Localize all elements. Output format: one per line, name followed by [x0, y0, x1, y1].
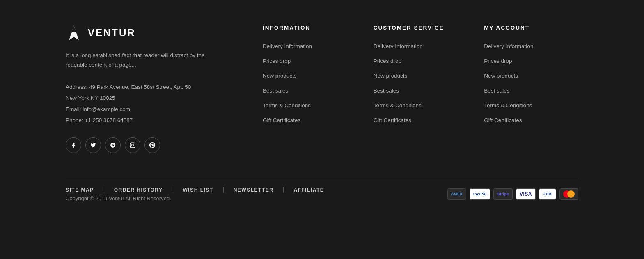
svg-rect-2: [130, 143, 135, 148]
svg-point-4: [134, 143, 134, 144]
footer-nav-item-site-map[interactable]: SITE MAP: [66, 187, 104, 193]
col-links-information: Delivery InformationPrices dropNew produ…: [263, 42, 357, 124]
list-item: Gift Certificates: [263, 116, 357, 124]
list-item: New products: [263, 72, 357, 79]
col-link[interactable]: New products: [484, 73, 518, 79]
logo-text: VENTUR: [88, 27, 136, 39]
col-link[interactable]: Delivery Information: [484, 43, 533, 49]
payment-stripe-icon: Stripe: [493, 188, 513, 200]
footer-brand: VENTUR It is a long established fact tha…: [66, 25, 222, 153]
list-item: Prices drop: [374, 57, 468, 65]
col-link[interactable]: Best sales: [374, 88, 399, 94]
logo-area: VENTUR: [66, 25, 222, 41]
list-item: Terms & Conditions: [374, 102, 468, 109]
list-item: Best sales: [484, 87, 578, 94]
footer-bottom: SITE MAPORDER HISTORYWISH LISTNEWSLETTER…: [0, 178, 644, 210]
col-link[interactable]: Delivery Information: [374, 43, 423, 49]
address-line1: Address: 49 Park Avenue, East 58st Stree…: [66, 81, 222, 92]
facebook-icon[interactable]: [66, 137, 81, 153]
list-item: Gift Certificates: [374, 116, 468, 124]
footer-col-my-account: MY ACCOUNTDelivery InformationPrices dro…: [484, 25, 578, 153]
footer-columns: INFORMATIONDelivery InformationPrices dr…: [263, 25, 578, 153]
copyright: Copyright © 2019 Ventur All Right Reserv…: [66, 195, 334, 201]
google-plus-icon[interactable]: [105, 137, 121, 153]
footer-main: VENTUR It is a long established fact tha…: [0, 0, 644, 178]
contact-info: Address: 49 Park Avenue, East 58st Stree…: [66, 81, 222, 126]
svg-point-3: [132, 144, 134, 146]
payment-visa-icon: VISA: [516, 188, 536, 200]
list-item: Delivery Information: [374, 42, 468, 50]
col-link[interactable]: Best sales: [484, 88, 509, 94]
col-link[interactable]: Best sales: [263, 88, 288, 94]
col-title-customer-service: CUSTOMER SERVICE: [374, 25, 468, 31]
phone: Phone: +1 250 3678 64587: [66, 115, 222, 126]
col-link[interactable]: Terms & Conditions: [374, 102, 422, 109]
payment-paypal-icon: PayPal: [470, 188, 490, 200]
footer-nav-item-order-history[interactable]: ORDER HISTORY: [104, 187, 173, 193]
col-link[interactable]: Gift Certificates: [484, 117, 522, 123]
social-icons: [66, 137, 222, 153]
payment-icons: AMEXPayPalStripeVISAJCB: [447, 188, 578, 200]
col-link[interactable]: New products: [374, 73, 408, 79]
col-link[interactable]: Gift Certificates: [263, 117, 300, 123]
email: Email: info@example.com: [66, 104, 222, 115]
payment-jcb-icon: JCB: [539, 188, 556, 200]
col-links-my-account: Delivery InformationPrices dropNew produ…: [484, 42, 578, 124]
col-title-information: INFORMATION: [263, 25, 357, 31]
list-item: Prices drop: [263, 57, 357, 65]
logo-icon: [66, 25, 82, 41]
list-item: Terms & Conditions: [484, 102, 578, 109]
col-link[interactable]: New products: [263, 73, 297, 79]
col-link[interactable]: Prices drop: [374, 58, 401, 64]
col-link[interactable]: Prices drop: [484, 58, 512, 64]
footer-bottom-left: SITE MAPORDER HISTORYWISH LISTNEWSLETTER…: [66, 187, 334, 201]
pinterest-icon[interactable]: [144, 137, 160, 153]
payment-master-icon: [559, 188, 578, 200]
col-link[interactable]: Delivery Information: [263, 43, 312, 49]
brand-description: It is a long established fact that reade…: [66, 51, 222, 70]
twitter-icon[interactable]: [85, 137, 101, 153]
list-item: New products: [374, 72, 468, 79]
list-item: Best sales: [263, 87, 357, 94]
footer-nav-item-affiliate[interactable]: AFFILIATE: [284, 187, 334, 193]
list-item: Gift Certificates: [484, 116, 578, 124]
footer-nav-item-wish-list[interactable]: WISH LIST: [173, 187, 224, 193]
list-item: Best sales: [374, 87, 468, 94]
col-link[interactable]: Terms & Conditions: [263, 102, 311, 109]
footer-nav-item-newsletter[interactable]: NEWSLETTER: [224, 187, 284, 193]
footer: VENTUR It is a long established fact tha…: [0, 0, 644, 210]
list-item: Delivery Information: [263, 42, 357, 50]
footer-col-customer-service: CUSTOMER SERVICEDelivery InformationPric…: [374, 25, 468, 153]
footer-nav: SITE MAPORDER HISTORYWISH LISTNEWSLETTER…: [66, 187, 334, 193]
payment-amex-icon: AMEX: [447, 188, 466, 200]
col-link[interactable]: Prices drop: [263, 58, 291, 64]
col-link[interactable]: Terms & Conditions: [484, 102, 532, 109]
list-item: Delivery Information: [484, 42, 578, 50]
list-item: New products: [484, 72, 578, 79]
list-item: Terms & Conditions: [263, 102, 357, 109]
list-item: Prices drop: [484, 57, 578, 65]
col-link[interactable]: Gift Certificates: [374, 117, 411, 123]
col-links-customer-service: Delivery InformationPrices dropNew produ…: [374, 42, 468, 124]
col-title-my-account: MY ACCOUNT: [484, 25, 578, 31]
address-line2: New York NY 10025: [66, 92, 222, 104]
footer-col-information: INFORMATIONDelivery InformationPrices dr…: [263, 25, 357, 153]
instagram-icon[interactable]: [125, 137, 140, 153]
